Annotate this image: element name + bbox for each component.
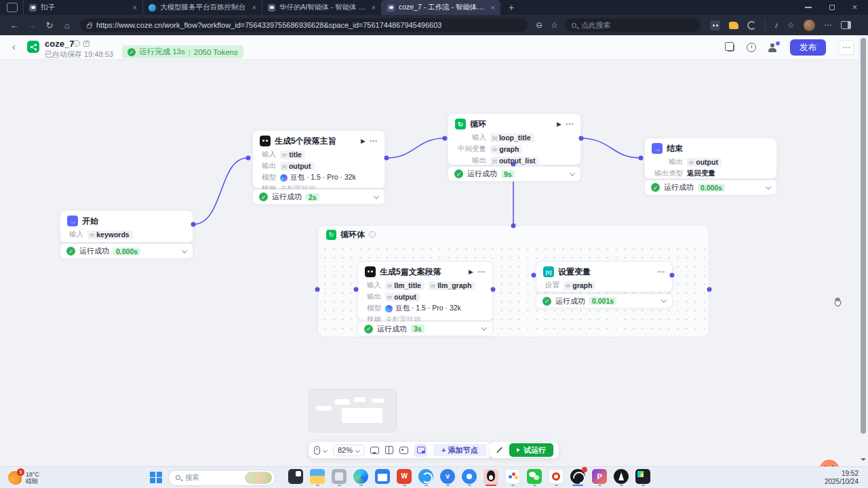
tab-close-icon[interactable]: × [252, 3, 256, 12]
tab-close-icon[interactable]: × [372, 3, 376, 12]
chevron-down-icon[interactable] [661, 297, 667, 302]
tab-close-icon[interactable]: × [491, 3, 495, 12]
port-loop-body-link[interactable] [511, 162, 516, 167]
node-paragraph-status[interactable]: ✓ 运行成功 3s [357, 321, 493, 336]
start-button[interactable] [150, 472, 162, 484]
node-more-icon[interactable]: ⋯ [657, 268, 665, 277]
device-manager-icon[interactable] [332, 469, 347, 484]
petal-app-icon[interactable] [505, 469, 520, 484]
node-end-status[interactable]: ✓ 运行成功 0.000s [644, 180, 777, 195]
chevron-down-icon[interactable] [182, 247, 187, 253]
node-start[interactable]: → 开始 输入 strkeywords [60, 210, 193, 243]
pycharm-icon[interactable] [635, 469, 650, 484]
taskbar-search[interactable]: 搜索 [168, 470, 275, 486]
browser-search-box[interactable]: 点此搜索 [565, 18, 701, 32]
dark-circle-app-icon[interactable] [614, 469, 629, 484]
obs-icon[interactable] [570, 469, 585, 484]
taskbar-clock[interactable]: 19:52 2025/10/24 [825, 470, 859, 486]
profile-avatar[interactable] [804, 20, 815, 31]
url-bar[interactable]: https://www.coze.cn/work_flow?workflow_i… [80, 18, 528, 32]
node-paragraph-llm[interactable]: 生成5篇文案段落 ▶ ⋯ 输入 strllm_title strllm_grap… [357, 261, 493, 321]
minimap-toggle-button[interactable] [414, 444, 427, 457]
node-loop-status[interactable]: ✓ 运行成功 9s [448, 166, 581, 182]
port-loopbody-top[interactable] [511, 224, 516, 228]
wechat-icon[interactable] [527, 469, 542, 484]
back-chevron-icon[interactable]: ‹ [12, 41, 16, 52]
window-restore-button[interactable] [829, 5, 835, 10]
url-text[interactable]: https://www.coze.cn/work_flow?workflow_i… [96, 21, 441, 29]
port-loop-in[interactable] [443, 136, 448, 141]
xunlei-icon[interactable]: v [440, 469, 455, 484]
port-outline-out[interactable] [384, 156, 389, 161]
tim-icon[interactable] [462, 469, 477, 484]
quark-browser-icon[interactable] [418, 469, 433, 484]
qq-icon[interactable] [484, 469, 498, 484]
port-paragraph-in[interactable] [354, 287, 359, 292]
extension-c-icon[interactable] [747, 21, 756, 30]
edge-browser-icon[interactable] [353, 469, 368, 484]
edit-icon[interactable] [83, 41, 90, 47]
page-scrollbar[interactable] [859, 35, 868, 466]
port-outline-in[interactable] [246, 156, 251, 161]
home-icon[interactable]: ⌂ [58, 20, 76, 30]
office-o-icon[interactable] [549, 469, 564, 484]
node-loop[interactable]: ↻ 循环 ▶ ⋯ 输入 [s]loop_title 中间变量 strgraph … [448, 113, 581, 165]
tab-agent[interactable]: 华仔的AI智能体 - 智能体 - 扣子 × [262, 0, 381, 15]
play-icon[interactable]: ▶ [557, 121, 561, 127]
port-start-out[interactable] [191, 222, 196, 227]
duplicate-icon[interactable] [727, 44, 734, 52]
node-more-icon[interactable]: ⋯ [370, 137, 378, 146]
scrollbar-thumb[interactable] [861, 38, 866, 434]
header-more-button[interactable]: ⋯ [838, 40, 854, 55]
node-set-variable-status[interactable]: ✓ 运行成功 0.001s [536, 293, 673, 308]
chevron-down-icon[interactable] [570, 170, 575, 176]
tab-kouzi[interactable]: 扣子 × [23, 0, 142, 15]
back-icon[interactable]: ← [5, 20, 23, 30]
window-close-button[interactable]: × [852, 3, 857, 12]
window-minimize-button[interactable] [805, 7, 812, 8]
weather-widget[interactable]: 9 18°C晴朗 [8, 471, 39, 485]
microsoft-store-icon[interactable] [375, 469, 390, 484]
wand-icon[interactable] [495, 446, 503, 454]
wps-icon[interactable]: W [397, 469, 412, 484]
node-end[interactable]: → 结束 输出 stroutput 输出类型 返回变量 [644, 138, 777, 179]
port-loop-out[interactable] [579, 136, 584, 141]
file-explorer-icon[interactable] [310, 469, 325, 484]
tab-workflow-active[interactable]: coze_7 - 工作流 - 智能体平台 × [381, 0, 500, 15]
node-start-status[interactable]: ✓ 运行成功 0.000s [60, 243, 193, 259]
minimap[interactable] [309, 389, 397, 432]
history-icon[interactable] [747, 43, 756, 52]
layout-grid-icon[interactable] [385, 446, 393, 454]
cursor-mode-icon[interactable] [314, 446, 320, 455]
tab-search-icon[interactable] [7, 3, 18, 12]
run-result-badge[interactable]: ✓ 运行完成 13s | 2050 Tokens [122, 45, 243, 58]
add-node-button[interactable]: + 添加节点 [433, 444, 486, 456]
collaboration-icon[interactable] [768, 43, 778, 52]
chevron-down-icon[interactable] [481, 325, 487, 330]
forward-icon[interactable]: → [23, 20, 41, 30]
scroll-down-arrow-icon[interactable] [861, 458, 866, 464]
port-setvar-out[interactable] [670, 273, 675, 278]
extension-cat-icon[interactable] [729, 22, 738, 29]
node-more-icon[interactable]: ⋯ [566, 120, 574, 129]
snapshot-icon[interactable] [399, 447, 408, 454]
workflow-canvas[interactable]: ↻ 循环体 i → 开始 输入 strkeywords ✓ 运行成功 0.000… [0, 60, 859, 466]
port-loopbody-left[interactable] [315, 287, 320, 292]
zoom-out-icon[interactable]: ⊖ [536, 20, 542, 30]
task-view-icon[interactable] [288, 469, 303, 484]
pp-assistant-icon[interactable]: P [592, 469, 607, 484]
new-tab-button[interactable]: + [509, 2, 514, 13]
node-outline-llm[interactable]: 生成5个段落主旨 ▶ ⋯ 输入 strtitle 输出 [s]output 模型… [252, 130, 385, 188]
play-icon[interactable]: ▶ [361, 138, 366, 144]
music-extension-icon[interactable]: ♪ [774, 20, 778, 30]
chevron-down-icon[interactable] [374, 193, 379, 199]
publish-button[interactable]: 发布 [790, 39, 826, 56]
sidebar-panel-icon[interactable] [841, 21, 851, 29]
node-set-variable[interactable]: [x] 设置变量 ⋯ 设置 strgraph [536, 261, 673, 292]
extension-grid-icon[interactable] [710, 20, 720, 30]
info-icon[interactable]: i [369, 231, 376, 238]
browser-more-icon[interactable]: ⋯ [824, 20, 832, 30]
comment-icon[interactable] [370, 447, 379, 454]
favorites-flag-icon[interactable]: ☆ [787, 20, 795, 30]
bookmark-star-icon[interactable]: ☆ [551, 20, 558, 30]
